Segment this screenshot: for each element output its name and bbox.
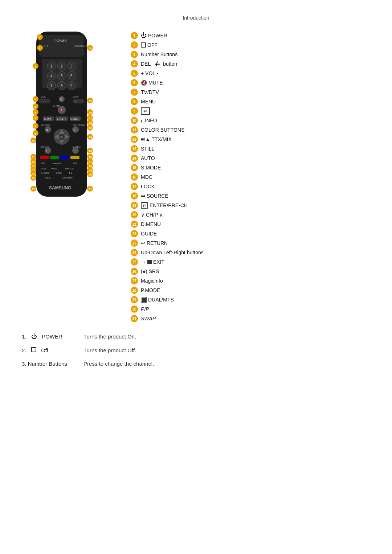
svg-text:26: 26 [89, 156, 92, 159]
badge-6: 6 [131, 79, 138, 86]
list-item: 29 DUAL/MTS [131, 296, 370, 304]
badge-7: 7 [131, 89, 138, 96]
svg-text:1:1: 1:1 [69, 172, 72, 174]
btn-label-5: + VOL - [141, 70, 158, 76]
list-item: 3 Number Buttons [131, 50, 370, 58]
badge-26: 26 [131, 268, 138, 275]
svg-text:11: 11 [32, 156, 35, 159]
badge-5: 5 [131, 70, 138, 77]
svg-text:SOURCE ⊡: SOURCE ⊡ [74, 45, 88, 47]
svg-text:2: 2 [61, 64, 63, 68]
badge-18: 18 [131, 192, 138, 200]
btn-label-9: ↵ [141, 107, 150, 115]
list-item: 17 LOCK [131, 182, 370, 190]
btn-label-30: PIP [141, 306, 149, 312]
btn-label-23: ↩ RETURN [141, 240, 168, 246]
svg-text:i: i [46, 149, 47, 153]
btn-label-17: LOCK [141, 184, 155, 189]
badge-10: 10 [131, 117, 138, 124]
list-item: 10 i INFO [131, 116, 370, 124]
svg-text:MDC: MDC [45, 176, 51, 179]
badge-21: 21 [131, 221, 138, 228]
svg-text:MENU⊡: MENU⊡ [41, 124, 50, 126]
list-item: 12 ≡/▲ TTX/MIX [131, 135, 370, 143]
svg-rect-60 [40, 156, 49, 159]
list-item: 18 ⇌ SOURCE [131, 192, 370, 200]
svg-text:9: 9 [34, 132, 36, 135]
svg-text:31: 31 [89, 188, 92, 190]
btn-label-22: GUIDE [141, 231, 157, 237]
svg-text:→: → [74, 149, 77, 153]
badge-2: 2 [131, 41, 138, 49]
btn-label-8: MENU [141, 99, 156, 104]
list-item: 16 MDC [131, 173, 370, 181]
badge-8: 8 [131, 98, 138, 105]
svg-text:18: 18 [89, 47, 92, 50]
btn-label-3: Number Buttons [141, 52, 177, 57]
svg-text:28: 28 [89, 165, 92, 168]
btn-label-15: S.MODE [141, 165, 161, 171]
list-item: 13 STILL [131, 145, 370, 153]
desc-text-1: Turns the product On. [83, 333, 136, 340]
svg-text:7: 7 [50, 84, 53, 88]
badge-17: 17 [131, 183, 138, 190]
list-item: 21 D.MENU [131, 220, 370, 228]
svg-text:SR3: SR3 [73, 162, 77, 164]
svg-rect-63 [70, 156, 79, 159]
svg-text:OFF: OFF [44, 45, 49, 47]
btn-label-18: ⇌ SOURCE [141, 193, 168, 199]
btn-label-25: → EXIT [141, 259, 164, 265]
descriptions-section: 1. ⏻ POWER Turns the product On. 2. Off … [22, 333, 370, 367]
top-rule [22, 11, 370, 11]
btn-label-1: ⏻ POWER [141, 32, 167, 39]
btn-label-2: OFF [141, 42, 158, 48]
remote-area: POWER OFF SOURCE ⊡ 1 2 3 4 5 6 [22, 28, 123, 217]
list-item: 20 ∨ CH/P ∧ [131, 211, 370, 219]
badge-28: 28 [131, 287, 138, 294]
svg-text:30: 30 [89, 173, 92, 176]
btn-label-6: 🔇 MUTE [141, 80, 163, 86]
svg-text:12: 12 [32, 161, 35, 163]
list-item: 11 COLOR BUTTONS [131, 126, 370, 134]
desc-num-2: 2. Off [22, 347, 80, 353]
list-item: 7 TV/DTV [131, 88, 370, 96]
svg-text:16: 16 [32, 177, 35, 180]
svg-text:GUIDE: GUIDE [70, 118, 79, 120]
btn-label-7: TV/DTV [141, 89, 159, 95]
svg-text:P.MODE+: P.MODE+ [65, 168, 75, 170]
svg-text:3: 3 [70, 64, 73, 68]
badge-16: 16 [131, 173, 138, 181]
page-container: Introduction POWER OFF SOURCE ⊡ 1 2 [0, 0, 392, 389]
svg-text:7: 7 [34, 117, 36, 120]
btn-label-10: i INFO [141, 118, 157, 124]
desc-text-2: Turns the product Off. [83, 347, 136, 353]
svg-text:POWER: POWER [54, 39, 67, 42]
svg-text:STILL: STILL [41, 168, 47, 170]
svg-text:↩: ↩ [74, 128, 77, 132]
btn-label-20: ∨ CH/P ∧ [141, 212, 163, 218]
svg-text:MagicInfo: MagicInfo [53, 162, 62, 164]
btn-label-24: Up-Down Left-Right buttons [141, 250, 204, 255]
desc-text-3: Press to change the channel. [83, 361, 154, 367]
list-item: 2 OFF [131, 41, 370, 49]
button-list: 1 ⏻ POWER 2 OFF 3 Number Buttons 4 DEL -… [131, 28, 370, 323]
svg-rect-61 [50, 156, 59, 159]
badge-13: 13 [131, 145, 138, 152]
badge-19: 19 [131, 202, 138, 209]
svg-text:8: 8 [61, 84, 63, 88]
btn-label-12: ≡/▲ TTX/MIX [141, 136, 172, 142]
list-item: 9 ↵ [131, 107, 370, 115]
remote-illustration: POWER OFF SOURCE ⊡ 1 2 3 4 5 6 [22, 28, 102, 202]
svg-text:4: 4 [50, 74, 53, 78]
badge-24: 24 [131, 249, 138, 256]
svg-text:SAMSUNG: SAMSUNG [49, 185, 71, 190]
svg-text:—: — [42, 100, 45, 103]
btn-label-14: AUTO [141, 155, 155, 161]
list-item: 28 P.MODE [131, 286, 370, 294]
bottom-rule [22, 378, 370, 378]
list-item: 22 GUIDE [131, 230, 370, 238]
list-item: 31 SWAP [131, 315, 370, 323]
desc-item-3: 3. Number Buttons Press to change the ch… [22, 361, 370, 367]
list-item: 1 ⏻ POWER [131, 32, 370, 40]
desc-item-1: 1. ⏻ POWER Turns the product On. [22, 333, 370, 340]
